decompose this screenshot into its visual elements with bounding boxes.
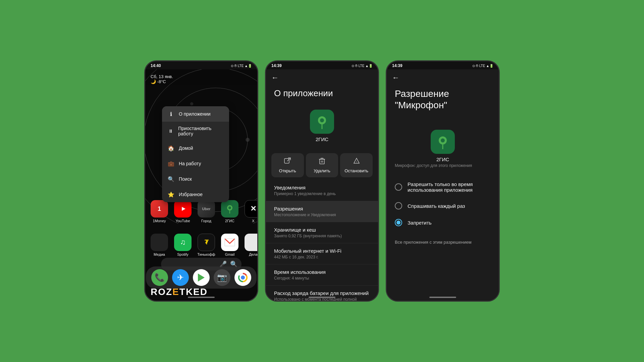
app-label-dela: Дела xyxy=(249,252,257,257)
time-2: 14:39 xyxy=(271,63,282,68)
info-item-battery[interactable]: Расход заряда батареи для приложений Исп… xyxy=(266,286,378,301)
pause-label: Приостановить работу xyxy=(178,126,224,136)
stop-label: Остановить xyxy=(344,168,368,173)
app-label-spotify: Spotify xyxy=(177,252,189,257)
context-menu-item-favorites[interactable]: ⭐ Избранное xyxy=(162,187,229,202)
permission-title: Разрешение "Микрофон" xyxy=(395,88,449,111)
app-row-1: 1 1Money YouTube Uber Город xyxy=(149,200,257,223)
permission-title-line2: "Микрофон" xyxy=(395,100,447,110)
back-button-3[interactable]: ← xyxy=(392,73,399,82)
app-icon-img-gmail xyxy=(221,234,238,251)
app-label-1money: 1Money xyxy=(153,219,166,223)
app-spotify[interactable]: ♫ Spotify xyxy=(173,234,193,257)
dock-telegram[interactable]: ✈ xyxy=(172,269,189,286)
app-gorod[interactable]: Uber Город xyxy=(196,200,216,223)
radio-circle-ask xyxy=(395,202,402,209)
app-2gis-home[interactable]: 2ГИС xyxy=(220,200,240,223)
delete-icon xyxy=(318,157,326,166)
svg-point-21 xyxy=(320,118,324,122)
dock-phone[interactable]: 📞 xyxy=(151,269,168,286)
context-menu-item-work[interactable]: 💼 На работу xyxy=(162,156,229,171)
delete-label: Удалить xyxy=(314,168,330,173)
search-icon: 🔍 xyxy=(167,175,175,183)
pause-icon: ⏸ xyxy=(167,127,174,135)
dock-chrome[interactable] xyxy=(234,269,251,286)
open-icon xyxy=(284,157,291,166)
about-app-label: О приложении xyxy=(179,111,210,117)
info-list: Уведомления Примерно 1 уведомление в ден… xyxy=(266,180,378,301)
app-icon-img-x: ✕ xyxy=(245,200,257,218)
app-media[interactable]: Медиа xyxy=(149,234,169,257)
radio-item-deny[interactable]: Запретить xyxy=(395,214,491,231)
action-buttons: Открыть Удалить xyxy=(271,153,373,177)
date-text: Сб, 13 янв. xyxy=(151,74,173,79)
nav-pill-2 xyxy=(309,297,335,298)
context-menu-item-search[interactable]: 🔍 Поиск xyxy=(162,171,229,187)
app-icon-img-2gis-home xyxy=(221,200,238,218)
app-label-gorod: Город xyxy=(201,219,211,223)
context-menu-item-home[interactable]: 🏠 Домой xyxy=(162,140,229,156)
app-label-tinkoff: Тинькофф xyxy=(197,252,215,257)
rozetked-highlight: E xyxy=(172,287,179,297)
permission-screen: ← Разрешение "Микрофон" 2ГИС Микрофон: д… xyxy=(387,69,499,301)
app-label-gmail: Gmail xyxy=(225,252,235,257)
notifications-sub: Примерно 1 уведомление в день xyxy=(274,191,370,196)
info-item-storage[interactable]: Хранилище и кеш Занято 0,92 ГБ (внутренн… xyxy=(266,222,378,243)
info-item-network[interactable]: Мобильный интернет и Wi-Fi 442 МБ с 16 д… xyxy=(266,243,378,264)
storage-sub: Занято 0,92 ГБ (внутренняя память) xyxy=(274,234,370,238)
dock-play[interactable] xyxy=(193,269,210,286)
app-x[interactable]: ✕ X xyxy=(243,200,257,223)
app-label-x: X xyxy=(252,219,254,223)
status-bar-1: 14:40 ⊙ ® LTE ▲🔋 xyxy=(145,61,257,69)
perm-2gis-svg xyxy=(433,132,453,152)
camera-icon: 📷 xyxy=(217,273,227,282)
home-icon: 🏠 xyxy=(167,144,175,152)
radio-label-ask: Спрашивать каждый раз xyxy=(408,203,465,209)
back-button-2[interactable]: ← xyxy=(271,73,279,82)
app-info-icon-area: 2ГИС xyxy=(310,110,334,142)
app-gmail[interactable]: Gmail xyxy=(220,234,240,257)
status-icons-2: ⊙ ® LTE ▲🔋 xyxy=(352,64,373,68)
favorites-label: Избранное xyxy=(179,192,203,197)
info-item-notifications[interactable]: Уведомления Примерно 1 уведомление в ден… xyxy=(266,180,378,201)
info-item-permissions[interactable]: Разрешения Местоположение и Уведомления xyxy=(266,201,378,222)
search-label: Поиск xyxy=(179,176,192,182)
dock-camera[interactable]: 📷 xyxy=(214,269,230,286)
2gis-icon-svg xyxy=(312,112,332,132)
perm-app-name: 2ГИС xyxy=(436,157,449,162)
chrome-icon xyxy=(238,273,248,282)
svg-marker-16 xyxy=(198,274,205,282)
radio-circle-allow xyxy=(395,183,402,191)
info-item-usage[interactable]: Время использования Сегодня: 4 минуты xyxy=(266,264,378,286)
stop-icon: ! xyxy=(353,157,360,166)
radio-options-list: Разрешить только во время использования … xyxy=(395,177,491,231)
app-tinkoff[interactable]: ₮ Тинькофф xyxy=(196,234,216,257)
app-dela[interactable]: Дела xyxy=(243,234,257,257)
stop-button[interactable]: ! Остановить xyxy=(340,153,373,177)
app-1money[interactable]: 1 1Money xyxy=(149,200,169,223)
nav-pill-3 xyxy=(429,297,456,298)
phone-2: 14:39 ⊙ ® LTE ▲🔋 ← О приложении 2ГИС xyxy=(265,60,379,302)
app-youtube[interactable]: YouTube xyxy=(173,200,193,223)
time-1: 14:40 xyxy=(151,63,161,68)
open-button[interactable]: Открыть xyxy=(271,153,304,177)
phone-3: 14:39 ⊙ ® LTE ▲🔋 ← Разрешение "Микрофон"… xyxy=(386,60,500,302)
network-sub: 442 МБ с 16 дек. 2023 г. xyxy=(274,255,370,259)
context-menu-item-about[interactable]: ℹ О приложении xyxy=(162,106,229,122)
radio-item-ask-each-time[interactable]: Спрашивать каждый раз xyxy=(395,197,491,214)
status-icons-3: ⊙ ® LTE ▲🔋 xyxy=(472,64,493,68)
app-icon-img-youtube xyxy=(174,200,192,218)
perm-app-icon-area: 2ГИС xyxy=(431,130,455,162)
temp-text: 🌙 -8°C xyxy=(151,79,173,84)
svg-point-5 xyxy=(246,138,250,142)
app-icon-img-media xyxy=(151,234,168,251)
delete-button[interactable]: Удалить xyxy=(306,153,338,177)
status-bar-3: 14:39 ⊙ ® LTE ▲🔋 xyxy=(387,61,499,69)
perm-gis-icon xyxy=(431,130,455,154)
context-menu-item-pause[interactable]: ⏸ Приостановить работу xyxy=(162,122,229,140)
radio-item-allow-while-using[interactable]: Разрешить только во время использования … xyxy=(395,177,491,197)
permission-subtext: Микрофон: доступ для этого приложения xyxy=(395,163,491,168)
app-info-appname: 2ГИС xyxy=(316,136,328,142)
info-icon: ℹ xyxy=(167,110,175,118)
all-apps-link[interactable]: Все приложения с этим разрешением xyxy=(395,240,472,245)
